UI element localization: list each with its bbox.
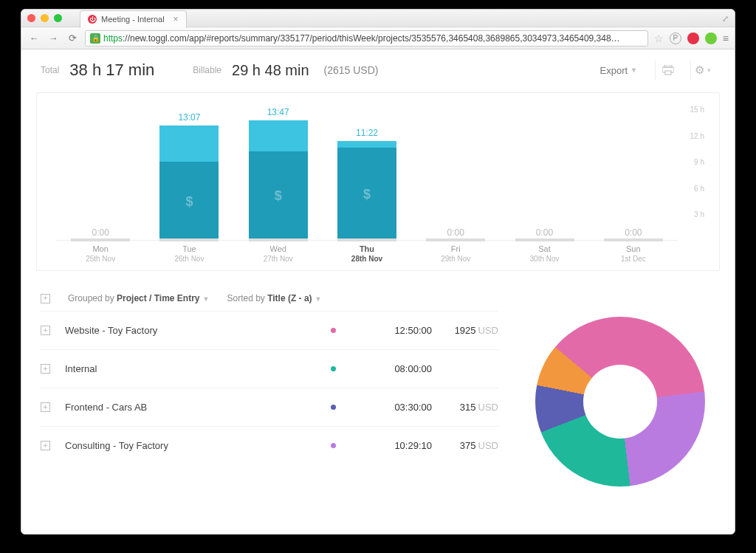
- day-name: Mon: [56, 244, 145, 254]
- bar-value-label: 13:47: [267, 107, 289, 117]
- grouped-by-dropdown[interactable]: Grouped by Project / Time Entry▼: [68, 293, 209, 303]
- table-row: +Website - Toy Factory12:50:001925USD: [41, 311, 498, 349]
- sorted-prefix: Sorted by: [227, 293, 267, 303]
- window-minimize-button[interactable]: [41, 14, 49, 22]
- reload-button[interactable]: ⟳: [66, 32, 79, 44]
- url-rest: ://new.toggl.com/app/#reports/summary/33…: [123, 33, 620, 44]
- bar-rect: $: [337, 141, 396, 241]
- expand-row-button[interactable]: +: [41, 326, 50, 335]
- bar-value-label: 13:07: [178, 112, 200, 123]
- billable-label: Billable: [193, 65, 221, 75]
- expand-row-button[interactable]: +: [41, 402, 50, 412]
- project-time: 08:00:00: [365, 363, 432, 374]
- toggl-favicon-icon: ⏻: [88, 15, 97, 24]
- x-axis-tick: [323, 238, 411, 241]
- window-controls: [27, 14, 62, 22]
- grouped-value: Project / Time Entry: [117, 293, 199, 303]
- day-label: Thu28th Nov: [323, 244, 411, 264]
- fullscreen-icon[interactable]: ⤢: [722, 14, 729, 24]
- x-axis-tick: [411, 238, 500, 241]
- export-label: Export: [600, 65, 628, 76]
- project-amount: 375USD: [432, 440, 498, 451]
- expand-row-button[interactable]: +: [41, 441, 50, 450]
- day-label: Sat30th Nov: [500, 244, 588, 264]
- lock-icon: 🔒: [90, 33, 100, 44]
- chevron-down-icon: ▼: [203, 295, 210, 303]
- back-button[interactable]: ←: [27, 32, 41, 44]
- bar-nonbillable-segment: [159, 126, 219, 162]
- bar-billable-segment: $: [337, 148, 396, 241]
- table-row: +Internal08:00:00: [41, 349, 498, 388]
- settings-button[interactable]: ⚙ ▼: [690, 60, 715, 80]
- day-date: 28th Nov: [323, 254, 411, 264]
- extension-green-icon[interactable]: [705, 32, 717, 44]
- bar-value-label: 0:00: [92, 227, 109, 238]
- gear-icon: ⚙: [695, 63, 704, 77]
- address-bar[interactable]: 🔒 https://new.toggl.com/app/#reports/sum…: [85, 30, 648, 47]
- bar-column: 11:22$: [323, 109, 411, 241]
- sorted-value: Title (Z - a): [267, 293, 312, 303]
- day-name: Sun: [589, 244, 678, 254]
- dollar-icon: $: [185, 193, 193, 209]
- chevron-down-icon: ▼: [630, 66, 637, 74]
- bar-rect: $: [249, 120, 308, 241]
- extension-toggl-icon[interactable]: [687, 32, 699, 44]
- tab-close-icon[interactable]: ×: [173, 14, 179, 24]
- bar-column: 0:00: [56, 109, 145, 241]
- sorted-by-dropdown[interactable]: Sorted by Title (Z - a)▼: [227, 293, 321, 303]
- total-label: Total: [41, 65, 59, 75]
- chevron-down-icon: ▼: [707, 67, 712, 74]
- y-axis-tick: 12 h: [690, 131, 704, 140]
- window-titlebar: ⏻ Meeting - Internal × ⤢: [21, 10, 735, 27]
- day-date: 26th Nov: [145, 254, 233, 264]
- project-amount: 1925USD: [432, 325, 498, 336]
- day-name: Wed: [234, 244, 323, 254]
- day-date: 30th Nov: [500, 254, 588, 264]
- project-name: Internal: [65, 363, 331, 374]
- y-axis-tick: 15 h: [690, 106, 704, 114]
- extension-p-icon[interactable]: P: [670, 32, 681, 44]
- day-date: 1st Dec: [589, 254, 678, 264]
- donut-hole: [583, 365, 657, 439]
- tab-title: Meeting - Internal: [101, 15, 165, 24]
- expand-row-button[interactable]: +: [41, 364, 50, 374]
- print-button[interactable]: [655, 60, 680, 80]
- bar-billable-segment: $: [159, 162, 219, 241]
- printer-icon: [662, 65, 674, 75]
- window-maximize-button[interactable]: [54, 14, 62, 22]
- donut-chart: [535, 317, 705, 487]
- projects-table: +Website - Toy Factory12:50:001925USD+In…: [21, 311, 506, 464]
- bar-nonbillable-segment: [337, 141, 396, 148]
- day-label: Mon25th Nov: [56, 244, 145, 264]
- x-axis-tick: [145, 238, 233, 241]
- x-axis-tick: [56, 238, 145, 241]
- bar-billable-segment: $: [249, 151, 308, 241]
- expand-all-button[interactable]: +: [41, 294, 50, 303]
- export-dropdown[interactable]: Export ▼: [593, 65, 645, 76]
- project-time: 10:29:10: [365, 440, 432, 451]
- bar-rect: $: [159, 126, 219, 241]
- window-close-button[interactable]: [27, 14, 35, 22]
- x-axis-tick: [500, 238, 588, 241]
- summary-header: Total 38 h 17 min Billable 29 h 48 min (…: [21, 49, 735, 88]
- browser-toolbar: ← → ⟳ 🔒 https://new.toggl.com/app/#repor…: [21, 27, 735, 49]
- billable-value: 29 h 48 min: [232, 62, 309, 79]
- page-content: Total 38 h 17 min Billable 29 h 48 min (…: [21, 49, 735, 534]
- chevron-down-icon: ▼: [315, 295, 322, 303]
- browser-window: ⏻ Meeting - Internal × ⤢ ← → ⟳ 🔒 https:/…: [21, 9, 735, 535]
- y-axis-tick: 3 h: [694, 210, 704, 219]
- bar-value-label: 0:00: [625, 227, 642, 238]
- y-axis-tick: 9 h: [694, 158, 704, 166]
- browser-tab[interactable]: ⏻ Meeting - Internal ×: [80, 10, 187, 28]
- bookmark-star-icon[interactable]: ☆: [654, 32, 664, 44]
- project-time: 03:30:00: [365, 402, 432, 413]
- day-label: Tue26th Nov: [145, 244, 233, 264]
- project-time: 12:50:00: [365, 325, 432, 336]
- day-label: Fri29th Nov: [411, 244, 500, 264]
- browser-menu-icon[interactable]: ≡: [723, 32, 729, 44]
- bar-column: 13:47$: [234, 109, 323, 241]
- forward-button[interactable]: →: [47, 32, 60, 44]
- day-label: Wed27th Nov: [234, 244, 323, 264]
- bar-value-label: 0:00: [536, 227, 553, 238]
- project-color-dot: [331, 366, 336, 371]
